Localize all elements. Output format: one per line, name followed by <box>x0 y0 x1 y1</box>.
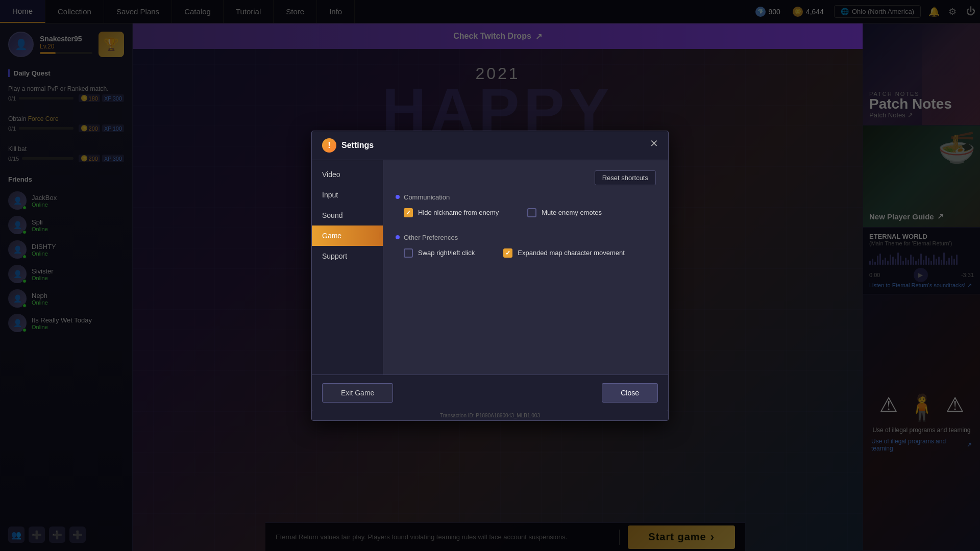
other-prefs-dot-icon <box>396 235 400 239</box>
settings-nav-video[interactable]: Video <box>312 164 383 185</box>
settings-nav: Video Input Sound Game Support <box>312 160 383 374</box>
hide-nickname-option: Hide nickname from enemy <box>396 208 499 217</box>
exit-game-button[interactable]: Exit Game <box>322 383 393 403</box>
transaction-id: Transaction ID: P1890A1890043_MLB1.003 <box>312 411 668 420</box>
communication-options: Hide nickname from enemy Mute enemy emot… <box>396 208 656 223</box>
hide-nickname-checkbox[interactable] <box>404 208 413 217</box>
settings-nav-game[interactable]: Game <box>312 226 383 246</box>
settings-content: Reset shortcuts Communication Hide nickn… <box>383 160 668 374</box>
settings-close-x-button[interactable]: ✕ <box>647 136 661 151</box>
mute-emotes-checkbox[interactable] <box>527 208 536 217</box>
communication-section-header: Communication <box>396 193 656 201</box>
settings-body: Video Input Sound Game Support Reset sho… <box>312 160 668 374</box>
communication-dot-icon <box>396 195 400 199</box>
settings-title: Settings <box>341 141 374 150</box>
mute-emotes-option: Mute enemy emotes <box>519 208 602 217</box>
settings-nav-input[interactable]: Input <box>312 185 383 205</box>
expanded-map-option: Expanded map character movement <box>495 248 625 258</box>
reset-shortcuts-button[interactable]: Reset shortcuts <box>595 170 656 185</box>
settings-close-button[interactable]: Close <box>602 383 658 403</box>
settings-header: ! Settings ✕ <box>312 131 668 160</box>
other-prefs-label: Other Preferences <box>404 234 458 241</box>
modal-overlay: ! Settings ✕ Video Input Sound Game Supp… <box>0 0 980 551</box>
swap-click-label: Swap right/left click <box>418 249 475 257</box>
settings-nav-support[interactable]: Support <box>312 246 383 266</box>
swap-click-option: Swap right/left click <box>396 248 475 258</box>
hide-nickname-label: Hide nickname from enemy <box>418 209 499 216</box>
settings-dialog: ! Settings ✕ Video Input Sound Game Supp… <box>311 131 669 421</box>
expanded-map-label: Expanded map character movement <box>518 249 625 257</box>
other-prefs-options: Swap right/left click Expanded map chara… <box>396 248 656 264</box>
expanded-map-checkbox[interactable] <box>503 248 512 258</box>
settings-warning-icon: ! <box>322 138 336 153</box>
settings-reset-row: Reset shortcuts <box>396 170 656 185</box>
communication-label: Communication <box>404 193 450 201</box>
other-prefs-section-header: Other Preferences <box>396 234 656 241</box>
settings-footer: Exit Game Close <box>312 374 668 411</box>
swap-click-checkbox[interactable] <box>404 248 413 258</box>
settings-nav-sound[interactable]: Sound <box>312 205 383 226</box>
mute-emotes-label: Mute enemy emotes <box>542 209 602 216</box>
